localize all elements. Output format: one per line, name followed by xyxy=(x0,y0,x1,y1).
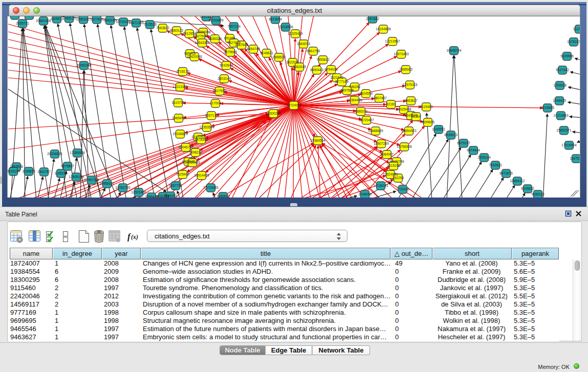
svg-text:1186503: 1186503 xyxy=(216,194,230,198)
svg-text:6466160: 6466160 xyxy=(103,18,117,22)
svg-text:22420046: 22420046 xyxy=(187,55,202,58)
svg-text:13524851: 13524851 xyxy=(383,172,398,176)
svg-text:18907249: 18907249 xyxy=(374,142,389,145)
svg-text:7357224: 7357224 xyxy=(227,25,241,28)
svg-text:1621072: 1621072 xyxy=(330,76,343,79)
svg-text:2718170: 2718170 xyxy=(176,70,189,73)
svg-text:10553267: 10553267 xyxy=(76,17,91,21)
svg-text:1853501: 1853501 xyxy=(8,16,21,17)
svg-text:16782759: 16782759 xyxy=(115,186,130,189)
svg-text:2087682: 2087682 xyxy=(366,17,379,20)
svg-text:19218506: 19218506 xyxy=(278,25,293,29)
svg-text:17957255: 17957255 xyxy=(84,178,99,182)
svg-text:1853506: 1853506 xyxy=(10,165,23,168)
svg-text:16648784: 16648784 xyxy=(446,49,462,52)
svg-text:20691406: 20691406 xyxy=(36,19,51,23)
svg-text:1527602: 1527602 xyxy=(90,17,103,21)
svg-text:10688609: 10688609 xyxy=(368,129,383,133)
svg-text:1145194: 1145194 xyxy=(54,171,68,175)
svg-text:8990443: 8990443 xyxy=(310,68,323,72)
svg-text:10046758: 10046758 xyxy=(178,145,193,149)
svg-text:1610755: 1610755 xyxy=(171,101,185,104)
svg-text:1965492: 1965492 xyxy=(172,116,185,120)
svg-text:1646093: 1646093 xyxy=(358,192,372,196)
svg-text:12975115: 12975115 xyxy=(403,83,418,86)
svg-text:1167533: 1167533 xyxy=(570,157,580,160)
svg-text:9777169: 9777169 xyxy=(335,80,349,83)
svg-text:9327509: 9327509 xyxy=(194,34,207,38)
svg-text:19756928: 19756928 xyxy=(397,145,412,148)
svg-text:10654112: 10654112 xyxy=(510,179,525,183)
svg-text:23226058: 23226058 xyxy=(195,30,211,34)
svg-text:16671355: 16671355 xyxy=(128,21,144,25)
svg-text:252254: 252254 xyxy=(393,176,404,180)
svg-text:7485063: 7485063 xyxy=(399,68,412,71)
svg-text:16033809: 16033809 xyxy=(208,18,224,22)
svg-text:2010305: 2010305 xyxy=(23,16,36,17)
svg-text:6497568: 6497568 xyxy=(340,89,354,92)
svg-text:9150113: 9150113 xyxy=(531,192,545,196)
svg-text:2935114: 2935114 xyxy=(477,156,491,159)
svg-text:10973493: 10973493 xyxy=(394,52,409,56)
svg-text:8878352: 8878352 xyxy=(194,138,208,141)
svg-text:7515528: 7515528 xyxy=(143,23,157,26)
svg-text:1615152: 1615152 xyxy=(387,164,400,167)
svg-text:117004: 117004 xyxy=(210,101,221,105)
svg-text:17359928: 17359928 xyxy=(70,151,85,155)
svg-text:746266: 746266 xyxy=(349,85,360,89)
svg-text:5498222: 5498222 xyxy=(189,150,202,154)
svg-text:7955812: 7955812 xyxy=(316,58,330,61)
svg-text:3875685: 3875685 xyxy=(224,50,237,54)
svg-text:9227342: 9227342 xyxy=(556,68,569,72)
svg-text:6879197: 6879197 xyxy=(457,141,470,145)
svg-text:10025458: 10025458 xyxy=(396,107,411,111)
svg-text:9457791: 9457791 xyxy=(169,184,182,187)
svg-text:1244415: 1244415 xyxy=(553,99,566,102)
svg-text:12353594: 12353594 xyxy=(199,125,214,129)
svg-text:2942757: 2942757 xyxy=(37,170,51,173)
svg-text:11325419: 11325419 xyxy=(288,32,303,35)
svg-text:15720407: 15720407 xyxy=(359,118,374,122)
svg-text:19384554: 19384554 xyxy=(310,139,325,142)
svg-text:7632621: 7632621 xyxy=(489,163,502,167)
svg-text:9699695: 9699695 xyxy=(421,120,434,124)
svg-text:3824554: 3824554 xyxy=(359,92,373,95)
svg-text:19166829: 19166829 xyxy=(172,132,188,136)
svg-text:1864093: 1864093 xyxy=(297,42,310,46)
svg-text:8813054: 8813054 xyxy=(269,17,282,21)
svg-text:15692971: 15692971 xyxy=(556,128,572,132)
svg-text:8454749: 8454749 xyxy=(247,47,260,51)
svg-text:9474444: 9474444 xyxy=(467,148,480,152)
svg-text:9245652: 9245652 xyxy=(521,187,534,190)
svg-text:9329966: 9329966 xyxy=(560,54,574,58)
svg-text:1112305: 1112305 xyxy=(573,27,580,31)
svg-text:9115460: 9115460 xyxy=(420,105,433,108)
svg-text:62160: 62160 xyxy=(386,102,396,106)
svg-text:12213389: 12213389 xyxy=(172,85,188,89)
svg-text:1805571: 1805571 xyxy=(50,17,63,20)
svg-text:10210643: 10210643 xyxy=(553,114,569,117)
svg-text:12213967: 12213967 xyxy=(385,39,400,43)
svg-text:8186328: 8186328 xyxy=(208,37,222,40)
svg-text:1733426: 1733426 xyxy=(396,187,409,191)
svg-text:7886372: 7886372 xyxy=(354,110,367,113)
svg-text:16154808: 16154808 xyxy=(376,27,391,31)
svg-text:2055721: 2055721 xyxy=(16,21,29,25)
svg-text:3915194: 3915194 xyxy=(8,169,20,173)
svg-text:10958107: 10958107 xyxy=(99,182,115,185)
svg-text:8471676: 8471676 xyxy=(499,171,513,175)
svg-text:20364436: 20364436 xyxy=(347,98,362,102)
svg-text:18724007: 18724007 xyxy=(286,103,301,107)
svg-text:1575107: 1575107 xyxy=(567,40,580,43)
svg-text:2367608: 2367608 xyxy=(235,43,248,47)
svg-text:891054: 891054 xyxy=(224,36,235,40)
svg-text:8427552: 8427552 xyxy=(213,89,226,93)
svg-text:1156829: 1156829 xyxy=(22,169,35,173)
svg-text:16120746: 16120746 xyxy=(389,160,404,163)
svg-text:14136141: 14136141 xyxy=(373,184,388,187)
svg-text:96564: 96564 xyxy=(411,115,421,118)
svg-text:15716485: 15716485 xyxy=(203,186,219,189)
svg-text:9084067: 9084067 xyxy=(380,152,394,156)
svg-text:20053346: 20053346 xyxy=(76,63,92,67)
svg-text:1588520: 1588520 xyxy=(272,55,286,59)
